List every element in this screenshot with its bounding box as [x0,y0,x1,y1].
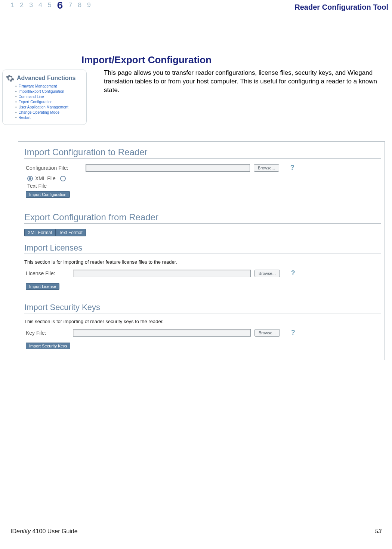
sidebar-item-user-app[interactable]: User Application Management [15,105,83,109]
text-file-radio[interactable] [60,176,66,181]
text-file-label: Text File [27,183,381,189]
license-browse-button[interactable]: Browse... [254,270,280,277]
import-license-button[interactable]: Import License [26,283,59,290]
chapter-6-active[interactable]: 6 [57,0,63,12]
xml-file-radio[interactable] [27,176,33,181]
config-file-label: Configuration File: [26,165,82,171]
chapter-8[interactable]: 8 [78,1,82,13]
page-header: 1 2 3 4 5 6 7 8 9 Reader Configuration T… [0,0,392,13]
chapter-2[interactable]: 2 [20,1,24,13]
import-config-button[interactable]: Import Configuration [26,191,70,198]
config-file-input[interactable] [86,164,250,172]
sidebar-item-firmware[interactable]: Firmware Management [15,84,83,88]
sidebar-item-command-line[interactable]: Command Line [15,95,83,99]
config-panel: Import Configuration to Reader Configura… [18,141,385,360]
help-icon[interactable]: ? [290,164,294,172]
import-keys-heading: Import Security Keys [24,303,381,313]
license-file-label: License File: [26,270,69,276]
import-licenses-desc: This section is for importing of reader … [24,259,381,265]
xml-file-label: XML File [35,175,56,181]
xml-format-button[interactable]: XML Format [24,229,56,236]
key-file-input[interactable] [73,329,251,337]
chapter-4[interactable]: 4 [38,1,42,13]
export-config-heading: Export Configuration from Reader [24,212,381,224]
sidebar-item-import-export[interactable]: Import/Export Configuration [15,89,83,93]
help-icon[interactable]: ? [291,329,295,337]
chapter-9[interactable]: 9 [87,1,91,13]
license-file-input[interactable] [73,270,251,277]
help-icon[interactable]: ? [291,269,295,277]
import-licenses-heading: Import Licenses [24,243,381,254]
import-config-heading: Import Configuration to Reader [24,147,381,159]
sidebar-item-expert-config[interactable]: Expert Configuration [15,100,83,104]
config-browse-button[interactable]: Browse... [254,164,279,172]
footer-page: 53 [375,528,382,535]
import-keys-button[interactable]: Import Security Keys [26,343,70,349]
gear-icon [6,74,15,83]
key-file-label: Key File: [26,330,69,336]
chapter-3[interactable]: 3 [29,1,33,13]
advanced-functions-sidebar: Advanced Functions Firmware Management I… [2,70,87,125]
header-title: Reader Configuration Tool [294,1,388,12]
footer-rest: 4100 User Guide [31,528,77,534]
page-footer: IDentity 4100 User Guide 53 [10,528,382,535]
text-format-button[interactable]: Text Format [56,229,86,236]
key-browse-button[interactable]: Browse... [254,329,280,337]
sidebar-item-restart[interactable]: Restart [15,116,83,120]
section-title: Import/Export Configuration [81,54,392,66]
sidebar-title: Advanced Functions [17,75,75,82]
sidebar-item-change-mode[interactable]: Change Operating Mode [15,110,83,114]
chapter-numbers: 1 2 3 4 5 6 7 8 9 [10,1,91,13]
import-keys-desc: This section is for importing of reader … [24,319,381,324]
footer-entity: entity [16,528,31,534]
footer-guide: IDentity 4100 User Guide [10,528,78,535]
chapter-1[interactable]: 1 [10,1,15,13]
footer-id: ID [10,528,16,534]
chapter-7[interactable]: 7 [68,1,72,13]
intro-text: This page allows you to transfer reader … [104,69,381,95]
chapter-5[interactable]: 5 [47,1,52,13]
